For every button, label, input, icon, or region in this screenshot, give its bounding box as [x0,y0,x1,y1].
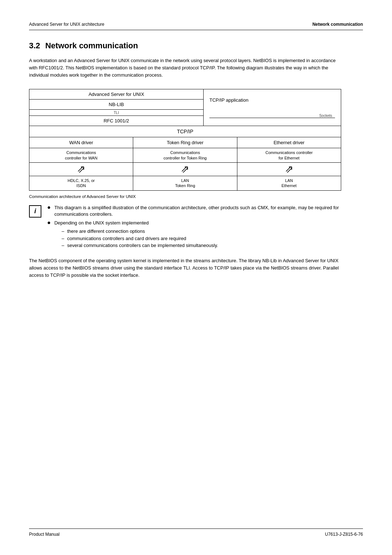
arrows-row: ⇗ ⇗ ⇗ [29,163,341,176]
arrow-token: ⇗ [133,163,237,176]
sub-item-3-text: several communications controllers can b… [67,242,218,249]
label-ethernet: LANEthernet [237,176,341,190]
bullet-1: ● This diagram is a simplified illustrat… [47,204,341,218]
sub-dash-3: – [62,242,64,249]
diagram-left-col: Advanced Server for UNIX NB-LIB TLI RFC … [29,89,204,126]
footer-right: U7613-J-Z815-6-76 [325,532,363,537]
sockets-label: Sockets [209,114,335,118]
bullet-list: ● This diagram is a simplified illustrat… [47,204,341,249]
info-icon: i [34,207,36,215]
header-left: Advanced Server for UNIX architecture [29,22,104,27]
bullet-2: ● Depending on the UNIX system implement… [47,220,341,249]
page-header: Advanced Server for UNIX architecture Ne… [29,22,363,30]
footer-left: Product Manual [29,532,60,537]
page: Advanced Server for UNIX architecture Ne… [0,0,392,555]
section-title-text: Network communication [45,41,138,50]
sub-list: – there are different connection options… [54,228,218,249]
intro-paragraph: A workstation and an Advanced Server for… [29,57,341,79]
bullet-dot-2: ● [47,220,51,226]
label-wan: HDLC, X.25, orISDN [29,176,133,190]
label-token: LANToken Ring [133,176,237,190]
labels-row: HDLC, X.25, orISDN LANToken Ring LANEthe… [29,176,341,190]
tcpip-app-text: TCP/IP application [209,97,335,103]
arrow-ethernet: ⇗ [237,163,341,176]
sub-item-2: – communications controllers and card dr… [54,235,218,242]
rfc-row: RFC 1001/2 [29,116,203,126]
sub-dash-1: – [62,228,64,235]
diagram-caption: Communication architecture of Advanced S… [29,194,363,199]
sub-item-1: – there are different connection options [54,228,218,235]
tcpip-row: TCP/IP [29,126,341,137]
comm-token-cell: Communicationscontroller for Token Ring [133,148,237,162]
token-ring-driver-cell: Token Ring driver [133,137,237,148]
sub-item-2-text: communications controllers and card driv… [67,235,186,242]
comm-controllers-row: Communicationscontroller for WAN Communi… [29,148,341,163]
ethernet-driver-cell: Ethernet driver [237,137,341,148]
sub-item-3: – several communications controllers can… [54,242,218,249]
diagram-top: Advanced Server for UNIX NB-LIB TLI RFC … [29,89,341,126]
bullet-1-text: This diagram is a simplified illustratio… [54,204,341,218]
comm-ethernet-cell: Communications controllerfor Ethernet [237,148,341,162]
page-footer: Product Manual U7613-J-Z815-6-76 [29,528,363,537]
body-paragraph: The NetBIOS component of the operating s… [29,257,341,279]
section-number: 3.2 [29,41,40,50]
section-title: 3.2 Network communication [29,41,363,50]
comm-wan-cell: Communicationscontroller for WAN [29,148,133,162]
tli-label: TLI [114,111,119,115]
note-section: i ● This diagram is a simplified illustr… [29,204,341,251]
sub-item-1-text: there are different connection options [67,228,145,235]
nb-lib-row: NB-LIB [29,100,203,110]
bullet-2-text: Depending on the UNIX system implemented [54,220,149,226]
arrow-wan: ⇗ [29,163,133,176]
sub-dash-2: – [62,235,64,242]
tli-row: TLI [29,110,203,116]
drivers-row: WAN driver Token Ring driver Ethernet dr… [29,137,341,148]
wan-driver-cell: WAN driver [29,137,133,148]
bullet-dot-1: ● [47,204,51,210]
info-icon-box: i [29,205,41,218]
advanced-server-row: Advanced Server for UNIX [29,89,203,100]
architecture-diagram: Advanced Server for UNIX NB-LIB TLI RFC … [29,89,341,190]
diagram-right-col: TCP/IP application Sockets [204,89,341,126]
note-bullets: ● This diagram is a simplified illustrat… [47,204,341,251]
bullet-2-content: Depending on the UNIX system implemented… [54,220,218,249]
header-right: Network communication [313,22,363,27]
